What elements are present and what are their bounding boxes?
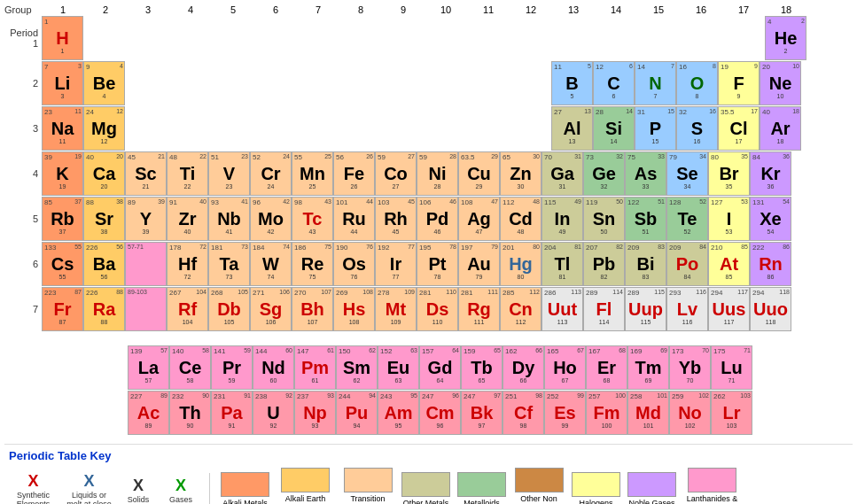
element-F[interactable]: 199F9 (718, 61, 760, 105)
element-Se[interactable]: 7934Se34 (666, 151, 708, 196)
element-P[interactable]: 3115P15 (635, 106, 676, 151)
element-Pu[interactable]: 24494Pu94 (336, 391, 378, 435)
element-Ac[interactable]: 22789Ac89 (128, 391, 169, 435)
element-Si[interactable]: 2814Si14 (593, 106, 635, 151)
element-Sg[interactable]: 271106Sg106 (250, 287, 292, 331)
element-Tb[interactable]: 15965Tb65 (461, 345, 503, 390)
element-As[interactable]: 7533As33 (625, 151, 666, 196)
element-Tl[interactable]: 20481Tl81 (541, 242, 583, 286)
element-Sc[interactable]: 4521Sc21 (125, 151, 167, 196)
element-Mo[interactable]: 9642Mo42 (250, 197, 292, 241)
element-Br[interactable]: 8035Br35 (708, 151, 750, 196)
element-Nd[interactable]: 14460Nd60 (253, 345, 294, 390)
element-Zr[interactable]: 9140Zr40 (167, 197, 208, 241)
element-Nb[interactable]: 9341Nb41 (208, 197, 250, 241)
element-Ca[interactable]: 4020Ca20 (83, 151, 125, 196)
element-Bi[interactable]: 20983Bi83 (625, 242, 666, 286)
element-Cs[interactable]: 13355Cs55 (42, 242, 83, 286)
element-Eu[interactable]: 15263Eu63 (378, 345, 419, 390)
element-Sn[interactable]: 11950Sn50 (583, 197, 625, 241)
element-Ho[interactable]: 16567Ho67 (544, 345, 586, 390)
element-Sr[interactable]: 8838Sr38 (83, 197, 125, 241)
element-Uus[interactable]: 294117Uus117 (708, 287, 750, 331)
element-Pt[interactable]: 19578Pt78 (417, 242, 458, 286)
element-Ds[interactable]: 281110Ds110 (417, 287, 458, 331)
element-Mt[interactable]: 278109Mt109 (375, 287, 417, 331)
element-Pm[interactable]: 14761Pm61 (294, 345, 336, 390)
element-No[interactable]: 259102No102 (669, 391, 711, 435)
element-Ni[interactable]: 5928Ni28 (417, 151, 458, 196)
element-Ir[interactable]: 19277Ir77 (375, 242, 417, 286)
element-N[interactable]: 147N7 (635, 61, 676, 105)
element-Au[interactable]: 19779Au79 (458, 242, 500, 286)
element-Ne[interactable]: 2010Ne10 (760, 61, 801, 105)
element-Ba[interactable]: 22656Ba56 (83, 242, 125, 286)
element-C[interactable]: 126C6 (593, 61, 635, 105)
element-Lr[interactable]: 262103Lr103 (711, 391, 752, 435)
element-Fr[interactable]: 22387Fr87 (42, 287, 83, 331)
element-Hs[interactable]: 269108Hs108 (333, 287, 375, 331)
element-Pb[interactable]: 20782Pb82 (583, 242, 625, 286)
element-Rg[interactable]: 281111Rg111 (458, 287, 500, 331)
element-Ar[interactable]: 4018Ar18 (760, 106, 801, 151)
element-La[interactable]: 13957La57 (128, 345, 169, 390)
element-Uuo[interactable]: 294118Uuo118 (750, 287, 791, 331)
element-Pr[interactable]: 14159Pr59 (211, 345, 253, 390)
element-Th[interactable]: 23290Th90 (169, 391, 211, 435)
element-Cf[interactable]: 25198Cf98 (503, 391, 544, 435)
element-Ga[interactable]: 7031Ga31 (541, 151, 583, 196)
element-Tm[interactable]: 16969Tm69 (627, 345, 669, 390)
element-Re[interactable]: 18675Re75 (292, 242, 333, 286)
element-Am[interactable]: 24395Am95 (378, 391, 419, 435)
element-Po[interactable]: 20984Po84 (666, 242, 708, 286)
element-Mg[interactable]: 2412Mg12 (83, 106, 125, 151)
element-Ti[interactable]: 4822Ti22 (167, 151, 208, 196)
element-Db[interactable]: 268105Db105 (208, 287, 250, 331)
element-I[interactable]: 12753I53 (708, 197, 750, 241)
element-Cu[interactable]: 63.529Cu29 (458, 151, 500, 196)
element-Y[interactable]: 8939Y39 (125, 197, 167, 241)
element-Fe[interactable]: 5626Fe26 (333, 151, 375, 196)
element-O[interactable]: 168O8 (676, 61, 718, 105)
element-Hf[interactable]: 17872Hf72 (167, 242, 208, 286)
element-Pd[interactable]: 10646Pd46 (417, 197, 458, 241)
element-Pa[interactable]: 23191Pa91 (211, 391, 253, 435)
element-W[interactable]: 18474W74 (250, 242, 292, 286)
element-U[interactable]: 23892U92 (253, 391, 294, 435)
element-V[interactable]: 5123V23 (208, 151, 250, 196)
element-Md[interactable]: 258101Md101 (627, 391, 669, 435)
element-Uup[interactable]: 289115Uup115 (625, 287, 666, 331)
element-Ge[interactable]: 7332Ge32 (583, 151, 625, 196)
element-Fm[interactable]: 257100Fm100 (586, 391, 627, 435)
element-He[interactable]: 42He2 (765, 16, 806, 60)
element-Yb[interactable]: 17370Yb70 (669, 345, 711, 390)
element-Lv[interactable]: 293116Lv116 (666, 287, 708, 331)
element-Xe[interactable]: 13154Xe54 (750, 197, 791, 241)
element-Ag[interactable]: 10847Ag47 (458, 197, 500, 241)
element-Rn[interactable]: 22286Rn86 (750, 242, 791, 286)
element-Np[interactable]: 23793Np93 (294, 391, 336, 435)
element-Dy[interactable]: 16266Dy66 (503, 345, 544, 390)
element-In[interactable]: 11549In49 (541, 197, 583, 241)
element-At[interactable]: 21085At85 (708, 242, 750, 286)
element-Mn[interactable]: 5525Mn25 (292, 151, 333, 196)
element-Co[interactable]: 5927Co27 (375, 151, 417, 196)
element-Rh[interactable]: 10345Rh45 (375, 197, 417, 241)
element-Ce[interactable]: 14058Ce58 (169, 345, 211, 390)
element-Bh[interactable]: 270107Bh107 (292, 287, 333, 331)
element-Cr[interactable]: 5224Cr24 (250, 151, 292, 196)
element-Cd[interactable]: 11248Cd48 (500, 197, 541, 241)
element-Sb[interactable]: 12251Sb51 (625, 197, 666, 241)
element-Rf[interactable]: 267104Rf104 (167, 287, 208, 331)
element-B[interactable]: 115B5 (551, 61, 593, 105)
element-H[interactable]: 1H1 (42, 16, 83, 60)
element-Rb[interactable]: 8537Rb37 (42, 197, 83, 241)
element-Cn[interactable]: 285112Cn112 (500, 287, 541, 331)
element-Ta[interactable]: 18173Ta73 (208, 242, 250, 286)
element-Hg[interactable]: 20180Hg80 (500, 242, 541, 286)
element-Fl[interactable]: 289114Fl114 (583, 287, 625, 331)
element-Ra[interactable]: 22688Ra88 (83, 287, 125, 331)
element-Al[interactable]: 2713Al13 (551, 106, 593, 151)
element-Os[interactable]: 19076Os76 (333, 242, 375, 286)
element-Ru[interactable]: 10144Ru44 (333, 197, 375, 241)
